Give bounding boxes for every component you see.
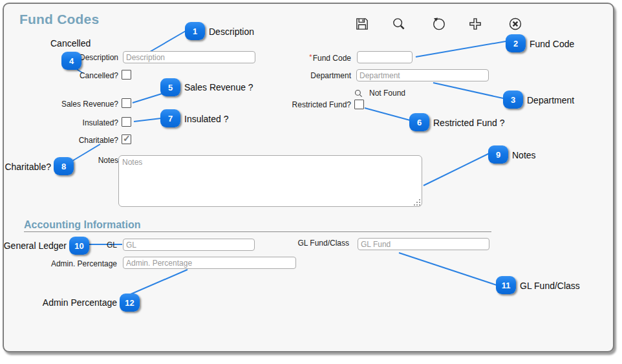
callout-4-bubble: 4 xyxy=(61,52,81,70)
callout-4-label: Cancelled xyxy=(50,38,91,48)
not-found-text: Not Found xyxy=(369,89,405,98)
required-marker: * xyxy=(309,53,312,61)
department-label: Department xyxy=(310,71,351,80)
sales-revenue-checkbox[interactable]: ✓ xyxy=(122,98,131,108)
gl-input[interactable] xyxy=(123,239,255,251)
callout-6-label: Restricted Fund ? xyxy=(433,118,505,128)
callout-8-label: Charitable? xyxy=(5,162,51,172)
admin-percentage-input[interactable] xyxy=(123,257,296,269)
notes-textarea[interactable] xyxy=(118,155,422,207)
fund-code-input[interactable] xyxy=(357,51,413,63)
callout-1-bubble: 1 xyxy=(185,22,205,40)
save-button[interactable] xyxy=(354,16,370,32)
fund-code-label: *Fund Code xyxy=(309,53,351,63)
callout-5-label: Sales Revenue ? xyxy=(184,82,253,92)
search-icon xyxy=(391,16,407,32)
save-icon xyxy=(354,16,370,32)
notes-label: Notes xyxy=(98,156,118,165)
callout-2-label: Fund Code xyxy=(530,39,574,49)
callout-3-label: Department xyxy=(527,95,574,105)
add-button[interactable] xyxy=(467,16,484,32)
lookup-search-icon[interactable] xyxy=(354,89,363,98)
section-divider xyxy=(24,231,491,232)
charitable-label: Charitable? xyxy=(79,136,118,145)
insulated-label: Insulated? xyxy=(83,118,118,127)
gl-fund-class-label: GL Fund/Class xyxy=(297,239,349,248)
cancel-button[interactable] xyxy=(507,16,524,32)
callout-2-bubble: 2 xyxy=(506,34,526,52)
callout-9-bubble: 9 xyxy=(488,145,508,164)
insulated-checkbox[interactable]: ✓ xyxy=(122,117,131,127)
undo-icon xyxy=(431,16,447,32)
callout-8-bubble: 8 xyxy=(54,157,74,175)
callout-11-label: GL Fund/Class xyxy=(520,281,580,291)
callout-3-bubble: 3 xyxy=(503,91,523,109)
admin-percentage-label: Admin. Percentage xyxy=(51,259,117,268)
gl-label: GL xyxy=(107,241,117,250)
callout-10-bubble: 10 xyxy=(69,237,89,255)
sales-revenue-label: Sales Revenue? xyxy=(61,100,118,109)
callout-12-bubble: 12 xyxy=(120,294,140,312)
callout-9-label: Notes xyxy=(512,150,536,160)
charitable-checkbox[interactable]: ✓ xyxy=(122,134,131,144)
callout-7-label: Insulated ? xyxy=(184,114,229,124)
callout-12-label: Admin Percentage xyxy=(43,297,117,308)
search-button[interactable] xyxy=(391,16,407,32)
accounting-section-title: Accounting Information xyxy=(24,219,140,231)
callout-10-label: General Ledger xyxy=(4,241,67,251)
description-label: *Description xyxy=(76,52,118,62)
restricted-fund-label: Restricted Fund? xyxy=(292,100,351,109)
checkmark-icon: ✓ xyxy=(123,133,131,144)
close-circle-icon xyxy=(507,16,524,32)
cancelled-checkbox[interactable]: ✓ xyxy=(122,70,131,80)
callout-6-bubble: 6 xyxy=(409,113,429,131)
callout-1-label: Description xyxy=(209,27,254,37)
undo-button[interactable] xyxy=(431,16,447,32)
plus-icon xyxy=(467,16,484,32)
callout-11-bubble: 11 xyxy=(496,276,516,294)
department-lookup-status: Not Found xyxy=(354,89,405,98)
cancelled-label: Cancelled? xyxy=(80,71,118,80)
callout-7-bubble: 7 xyxy=(160,109,180,127)
callout-5-bubble: 5 xyxy=(160,78,180,96)
fund-codes-window: Fund Codes *Description Can xyxy=(3,3,614,352)
description-input[interactable] xyxy=(123,51,255,63)
department-input[interactable] xyxy=(356,69,489,81)
page-title: Fund Codes xyxy=(19,12,99,27)
restricted-fund-checkbox[interactable]: ✓ xyxy=(354,100,364,109)
gl-fund-class-input[interactable] xyxy=(358,238,489,250)
